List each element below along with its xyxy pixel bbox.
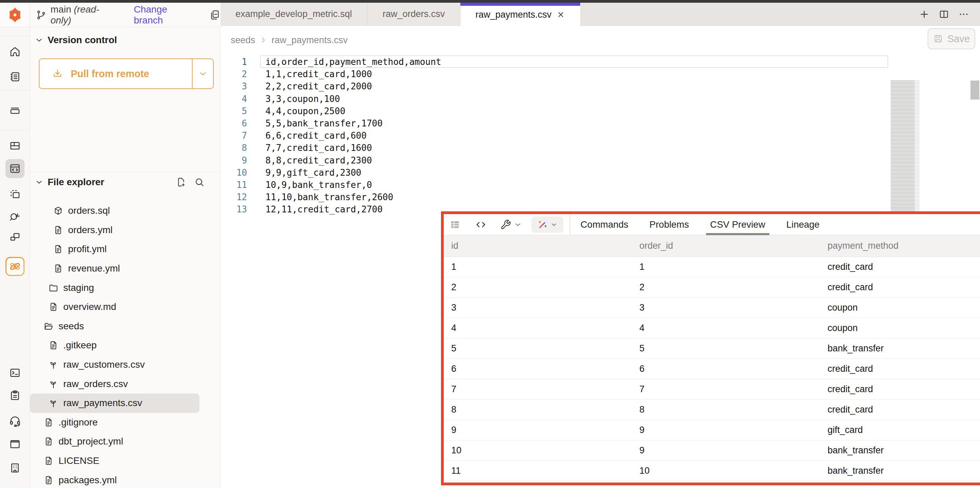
editor-tab-example_develop_metric.sql[interactable]: example_develop_metric.sql <box>221 3 368 25</box>
file-item-profit.yml[interactable]: profit.yml <box>30 239 221 259</box>
split-editor-icon[interactable] <box>939 9 950 20</box>
code-content[interactable]: id,order_id,payment_method,amount1,1,cre… <box>266 56 441 216</box>
file-icon <box>53 225 63 235</box>
file-item-dbt_project.yml[interactable]: dbt_project.yml <box>30 432 221 451</box>
panel-tab-CSV Preview[interactable]: CSV Preview <box>710 214 765 235</box>
table-cell: 4 <box>632 323 820 333</box>
app-logo[interactable] <box>0 3 30 27</box>
compiled-code-icon[interactable] <box>475 219 487 230</box>
breadcrumb: seeds raw_payments.csv <box>231 27 348 53</box>
search-files-icon[interactable] <box>194 177 205 188</box>
change-branch-link[interactable]: Change branch <box>134 4 196 26</box>
results-table-icon[interactable] <box>449 219 461 230</box>
clipboard-nav-icon[interactable] <box>9 389 21 401</box>
table-row: 11credit_card1000 <box>444 257 980 277</box>
editor-scrollbar-thumb[interactable] <box>970 81 979 100</box>
organization-nav-icon[interactable] <box>9 462 21 474</box>
build-tools-dropdown[interactable] <box>500 219 522 230</box>
file-name: .gitignore <box>59 417 98 428</box>
dbt-cloud-ide: main (read-only) Change branch example_d… <box>0 0 980 488</box>
editor-pane: seeds raw_payments.csv Save 123456789101… <box>221 27 980 488</box>
code-editor-nav-icon[interactable] <box>9 162 21 175</box>
file-item-orders.sql[interactable]: orders.sql <box>30 201 221 220</box>
terminal-nav-icon[interactable] <box>9 367 21 379</box>
file-item-.gitkeep[interactable]: .gitkeep <box>30 336 221 355</box>
table-cell: 6 <box>444 364 632 374</box>
bottom-panel-toolbar: CommandsProblemsCSV PreviewLineage <box>444 214 980 235</box>
line-number: 1 <box>221 56 247 68</box>
version-control-header[interactable]: Version control <box>35 35 117 46</box>
file-item-seeds[interactable]: seeds <box>30 317 221 336</box>
panel-tab-Lineage[interactable]: Lineage <box>786 214 820 235</box>
file-item-overview.md[interactable]: overview.md <box>30 297 221 317</box>
table-row: 77credit_card1600 <box>444 379 980 400</box>
file-item-staging[interactable]: staging <box>30 278 221 297</box>
file-item-raw_customers.csv[interactable]: raw_customers.csv <box>30 355 221 374</box>
code-line: 10,9,bank_transfer,0 <box>266 179 441 191</box>
table-cell: bank_transfer <box>820 466 980 476</box>
editor-tab-label: raw_payments.csv <box>476 10 552 20</box>
save-button[interactable]: Save <box>928 28 975 49</box>
rail-divider <box>0 36 30 36</box>
file-item-raw_orders.csv[interactable]: raw_orders.csv <box>30 374 221 393</box>
bottom-panel-highlighted: CommandsProblemsCSV PreviewLineage idord… <box>441 211 980 485</box>
canvas-nav-icon[interactable] <box>9 188 21 201</box>
file-item-LICENSE[interactable]: LICENSE <box>30 451 221 471</box>
new-tab-icon[interactable] <box>919 9 930 20</box>
home-nav-icon[interactable] <box>9 46 21 58</box>
breadcrumb-file[interactable]: raw_payments.csv <box>272 35 348 46</box>
chevron-down-icon <box>35 36 43 44</box>
file-item-packages.yml[interactable]: packages.yml <box>30 471 221 488</box>
file-icon <box>48 302 59 312</box>
file-item-orders.yml[interactable]: orders.yml <box>30 220 221 240</box>
table-cell: credit_card <box>820 404 980 415</box>
code-editor[interactable]: 12345678910111213 id,order_id,payment_me… <box>221 53 980 239</box>
support-headset-nav-icon[interactable] <box>9 415 21 427</box>
file-list: orders.sqlorders.ymlprofit.ymlrevenue.ym… <box>30 201 221 488</box>
file-name: raw_payments.csv <box>63 398 142 409</box>
table-row: 33coupon100 <box>444 298 980 318</box>
seed-icon <box>48 379 59 389</box>
new-file-icon[interactable] <box>176 177 186 188</box>
windows-nav-icon[interactable] <box>9 231 21 243</box>
folder-open-icon <box>43 321 54 331</box>
file-name: orders.yml <box>68 225 113 236</box>
copilot-wand-dropdown[interactable] <box>531 217 563 233</box>
pull-options-caret[interactable] <box>192 59 213 88</box>
copy-branch-icon[interactable] <box>209 9 221 21</box>
editor-tab-label: example_develop_metric.sql <box>235 9 352 19</box>
browser-nav-icon[interactable] <box>9 438 21 450</box>
left-nav-rail <box>0 27 30 488</box>
close-tab-icon[interactable] <box>556 10 565 19</box>
jobs-stack-nav-icon[interactable] <box>9 104 21 116</box>
code-line: id,order_id,payment_method,amount <box>266 56 441 68</box>
panel-tab-Problems[interactable]: Problems <box>649 214 689 235</box>
copilot-atom-icon[interactable] <box>5 257 24 276</box>
line-number: 12 <box>221 191 247 203</box>
panel-tab-label: Commands <box>581 219 628 230</box>
table-cell: 7 <box>444 384 632 395</box>
code-line: 3,3,coupon,100 <box>266 93 441 105</box>
code-line: 1,1,credit_card,1000 <box>266 68 441 80</box>
wrench-icon <box>500 219 511 230</box>
more-options-icon[interactable] <box>958 9 969 20</box>
panel-tab-Commands[interactable]: Commands <box>581 214 628 235</box>
breadcrumb-folder[interactable]: seeds <box>231 35 255 46</box>
file-name: LICENSE <box>59 455 99 466</box>
csv-table-header: idorder_idpayment_methodamount <box>444 235 980 257</box>
file-item-raw_payments.csv[interactable]: raw_payments.csv <box>30 393 199 413</box>
line-number: 2 <box>221 68 247 80</box>
file-explorer-header[interactable]: File explorer <box>35 177 215 188</box>
table-cell: bank_transfer <box>820 445 980 456</box>
notebook-nav-icon[interactable] <box>9 71 21 83</box>
file-item-.gitignore[interactable]: .gitignore <box>30 413 221 432</box>
table-cell: 11 <box>444 466 632 476</box>
window-top-edge <box>0 0 980 3</box>
editor-tab-raw_payments.csv[interactable]: raw_payments.csv <box>460 3 580 27</box>
pull-from-remote-button[interactable]: Pull from remote <box>39 59 214 89</box>
table-cell: 5 <box>444 343 632 354</box>
explore-search-nav-icon[interactable] <box>9 210 21 223</box>
file-item-revenue.yml[interactable]: revenue.yml <box>30 259 221 278</box>
editor-tab-raw_orders.csv[interactable]: raw_orders.csv <box>368 3 460 25</box>
dashboard-nav-icon[interactable] <box>9 139 21 152</box>
